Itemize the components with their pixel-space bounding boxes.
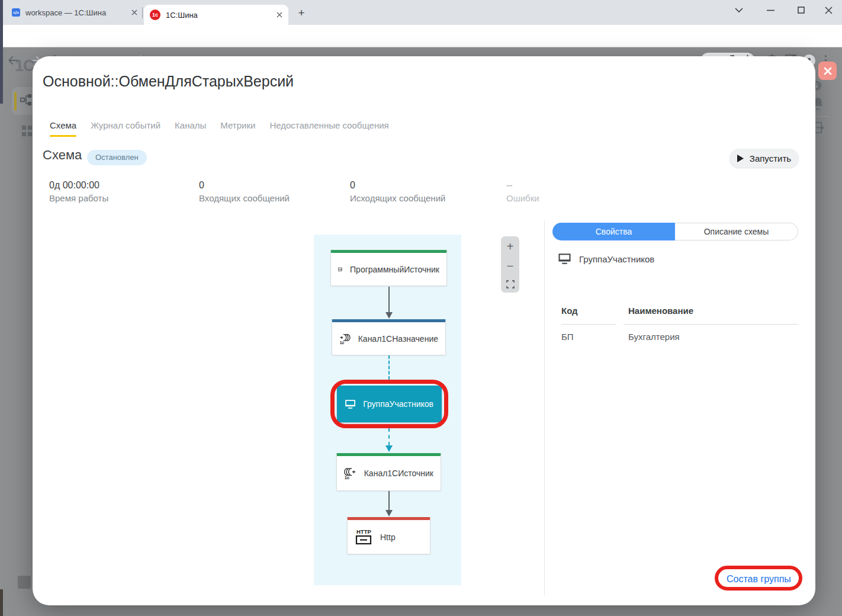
status-badge: Остановлен (87, 150, 147, 165)
tab-close-icon[interactable] (277, 12, 282, 18)
zoom-in-button[interactable]: + (501, 240, 519, 252)
edge-line (388, 287, 390, 312)
channel-1c-in-icon: 1с (339, 331, 351, 347)
table-header-name: Наименование (628, 306, 693, 316)
app-logo-dimmed: 1С (15, 57, 34, 75)
tab-close-icon[interactable] (131, 9, 137, 15)
left-edge-strip (0, 0, 3, 104)
monitor-icon (558, 254, 571, 264)
fullscreen-icon[interactable] (501, 280, 519, 288)
list-icon-dimmed (21, 125, 33, 137)
stat-outgoing-label: Исходящих сообщений (350, 193, 445, 203)
tab-event-log[interactable]: Журнал событий (91, 120, 160, 130)
node-channel-1c-destination[interactable]: 1с Канал1СНазначение (332, 319, 446, 355)
window-close-icon[interactable] (822, 4, 835, 17)
browser-tab-bar: </> workspace — 1С:Шина 1с 1С:Шина + (0, 0, 842, 25)
node-program-source[interactable]: ПрограммныйИсточник (330, 250, 447, 286)
browser-address-bar: Не защищено :9090/applications/HTTPExamp… (0, 25, 842, 47)
stat-uptime-label: Время работы (49, 193, 108, 203)
stat-uptime-value: 0д 00:00:00 (49, 180, 99, 191)
edge-line-dashed (388, 355, 390, 380)
table-header-code: Код (561, 306, 578, 316)
tab-schema[interactable]: Схема (50, 120, 76, 130)
browser-tab-1c-bus[interactable]: 1с 1С:Шина (144, 5, 288, 25)
tab-metrics[interactable]: Метрики (220, 120, 255, 130)
edge-line (388, 491, 390, 510)
svg-text:1с: 1с (340, 340, 345, 344)
applications-flow-icon (20, 94, 33, 106)
svg-text:HTTP: HTTP (356, 528, 371, 535)
table-cell-name: Бухгалтерия (628, 332, 680, 342)
tab-schema-description[interactable]: Описание схемы (675, 223, 798, 240)
code-icon: </> (12, 8, 20, 17)
edge-arrowhead (385, 510, 393, 516)
dialog-title: Основной::ОбменДляСтарыхВерсий (43, 73, 294, 90)
tab-title: workspace — 1С:Шина (25, 8, 126, 17)
selected-entity-row: ГруппаУчастников (558, 254, 654, 264)
tab-separator (142, 7, 143, 18)
node-label: Http (380, 532, 396, 542)
modal-close-button[interactable] (818, 62, 837, 80)
application-dialog: Основной::ОбменДляСтарыхВерсий Схема Жур… (33, 56, 815, 605)
stat-outgoing-value: 0 (350, 180, 355, 191)
stat-incoming-label: Входящих сообщений (199, 193, 290, 203)
edge-line-dashed (388, 428, 390, 445)
edge-arrowhead (385, 312, 393, 319)
sidebar-active-marker (14, 92, 17, 111)
screen: </> workspace — 1С:Шина 1с 1С:Шина + (0, 0, 842, 616)
diagram-zoom-controls: + − (501, 236, 519, 293)
tab-properties[interactable]: Свойства (552, 223, 675, 240)
table-header-rule (624, 324, 798, 325)
channel-1c-out-icon: 1с (344, 465, 356, 482)
tab-channels[interactable]: Каналы (175, 120, 206, 130)
node-label: Канал1СИсточник (364, 469, 433, 478)
browser-tab-workspace[interactable]: </> workspace — 1С:Шина (6, 4, 143, 21)
http-icon: HTTP (355, 528, 372, 546)
run-button[interactable]: Запустить (729, 149, 799, 168)
stat-incoming-value: 0 (199, 180, 204, 191)
panel-divider (544, 220, 545, 595)
table-cell-code: БП (561, 332, 574, 342)
node-http[interactable]: HTTP Http (347, 517, 430, 554)
window-minimize-icon[interactable] (764, 4, 777, 17)
play-icon (737, 155, 744, 162)
selected-entity-name: ГруппаУчастников (579, 254, 654, 264)
tab-title: 1С:Шина (166, 11, 271, 20)
table-header-rule (561, 324, 616, 325)
properties-tabs: Свойства Описание схемы (552, 223, 798, 240)
left-edge-strip (0, 589, 3, 616)
edge-arrowhead-teal (385, 445, 393, 452)
svg-text:1с: 1с (345, 475, 350, 480)
node-label: ПрограммныйИсточник (350, 265, 439, 274)
export-icon (338, 262, 342, 277)
stat-errors-value: -- (506, 180, 513, 191)
new-tab-button[interactable]: + (295, 7, 308, 20)
zoom-out-button[interactable]: − (501, 260, 519, 272)
node-channel-1c-source[interactable]: 1с Канал1СИсточник (336, 453, 441, 491)
annotation-ellipse-link (715, 566, 802, 591)
node-label: Канал1СНазначение (358, 334, 438, 344)
run-button-label: Запустить (750, 153, 791, 163)
tab-undelivered[interactable]: Недоставленные сообщения (269, 120, 388, 130)
1c-logo-icon: 1с (150, 9, 160, 20)
bottom-icon-dimmed (18, 576, 31, 589)
window-restore-down-icon[interactable] (732, 4, 745, 17)
dialog-tabs: Схема Журнал событий Каналы Метрики Недо… (50, 120, 389, 130)
stat-errors-label: Ошибки (506, 193, 539, 203)
section-title: Схема (43, 147, 82, 163)
window-maximize-icon[interactable] (795, 4, 808, 17)
annotation-ellipse-node (330, 380, 448, 428)
